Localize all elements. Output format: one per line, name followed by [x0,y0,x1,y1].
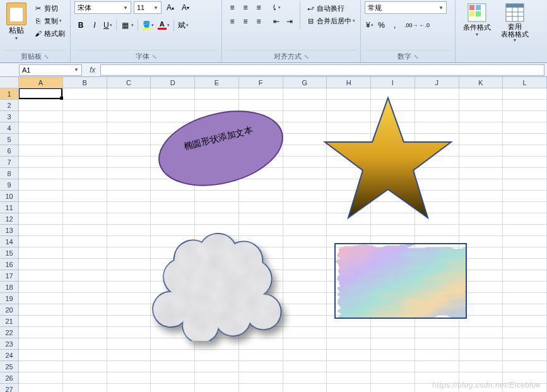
row-header-19[interactable]: 19 [0,293,19,304]
cell[interactable] [19,361,63,372]
cell[interactable] [459,111,503,122]
cell[interactable] [327,327,371,338]
cell[interactable] [107,202,151,213]
cell[interactable] [19,168,63,179]
col-header-A[interactable]: A [19,77,63,88]
increase-decimal-button[interactable]: .00→ [405,19,418,32]
cell[interactable] [107,236,151,247]
cell[interactable] [107,157,151,168]
cell[interactable] [459,202,503,213]
cell[interactable] [107,293,151,304]
col-header-I[interactable]: I [371,77,415,88]
shape-cloud[interactable] [145,215,290,341]
cell[interactable] [415,327,459,338]
cell[interactable] [503,293,547,304]
cell[interactable] [239,384,283,392]
row-header-2[interactable]: 2 [0,100,19,111]
cell[interactable] [283,372,327,384]
clipboard-expand-icon[interactable]: ⤡ [44,54,49,60]
row-header-15[interactable]: 15 [0,247,19,259]
cell[interactable] [415,350,459,361]
cell[interactable] [19,202,63,213]
currency-button[interactable]: ¥▾ [365,19,375,32]
cell[interactable] [107,100,151,111]
row-header-13[interactable]: 13 [0,225,19,236]
border-button[interactable]: ▦▾ [119,19,135,32]
cell[interactable] [19,259,63,270]
shape-rectangle[interactable] [334,243,467,319]
cell[interactable] [503,361,547,372]
number-expand-icon[interactable]: ⤡ [414,54,419,60]
cell[interactable] [503,304,547,316]
cell[interactable] [63,225,107,236]
cell[interactable] [151,350,195,361]
cell[interactable] [503,236,547,247]
cell[interactable] [503,202,547,213]
cell[interactable] [195,88,239,100]
cell[interactable] [63,327,107,338]
cell[interactable] [459,338,503,350]
bold-button[interactable]: B [74,19,87,32]
col-header-G[interactable]: G [283,77,327,88]
row-header-3[interactable]: 3 [0,111,19,122]
name-box[interactable]: A1 ▼ [19,64,82,76]
cell[interactable] [19,213,63,225]
cell[interactable] [503,213,547,225]
cell[interactable] [107,247,151,259]
cell[interactable] [19,88,63,100]
cell[interactable] [415,225,459,236]
cell[interactable] [503,384,547,392]
decrease-font-button[interactable]: A▾ [179,1,192,14]
row-header-27[interactable]: 27 [0,384,19,392]
cell[interactable] [459,372,503,384]
col-header-H[interactable]: H [327,77,371,88]
row-header-8[interactable]: 8 [0,168,19,179]
cell[interactable] [107,88,151,100]
cell[interactable] [459,145,503,157]
indent-decrease-button[interactable]: ⇤ [270,15,283,28]
cell[interactable] [371,361,415,372]
cell[interactable] [459,213,503,225]
row-header-7[interactable]: 7 [0,157,19,168]
cell[interactable] [415,384,459,392]
cell[interactable] [503,259,547,270]
cell[interactable] [327,361,371,372]
cell[interactable] [239,361,283,372]
align-top-button[interactable]: ≡ [226,1,238,14]
cell[interactable] [63,361,107,372]
cell[interactable] [107,145,151,157]
cell[interactable] [415,372,459,384]
cell[interactable] [459,168,503,179]
cell[interactable] [107,384,151,392]
row-header-23[interactable]: 23 [0,338,19,350]
font-size-combo[interactable]: 11 ▼ [134,1,162,14]
cell[interactable] [63,259,107,270]
cell[interactable] [415,361,459,372]
cell[interactable] [503,338,547,350]
cell[interactable] [503,225,547,236]
cell[interactable] [19,304,63,316]
cell[interactable] [19,293,63,304]
underline-button[interactable]: U▾ [102,19,114,32]
cell[interactable] [503,145,547,157]
cell[interactable] [107,191,151,202]
cell[interactable] [195,361,239,372]
cell[interactable] [63,191,107,202]
row-header-22[interactable]: 22 [0,327,19,338]
cell[interactable] [63,293,107,304]
cell[interactable] [19,191,63,202]
comma-button[interactable]: , [389,19,401,32]
cell[interactable] [107,225,151,236]
cell[interactable] [503,270,547,282]
decrease-decimal-button[interactable]: ←.0 [418,19,431,32]
cell[interactable] [19,350,63,361]
cell[interactable] [327,350,371,361]
wrap-text-button[interactable]: ⮐ 自动换行 [304,3,356,14]
cell[interactable] [63,100,107,111]
cell[interactable] [63,122,107,134]
shape-star[interactable] [322,95,454,221]
align-center-button[interactable]: ≡ [239,15,252,28]
cell[interactable] [503,168,547,179]
col-header-E[interactable]: E [195,77,239,88]
cell[interactable] [19,236,63,247]
